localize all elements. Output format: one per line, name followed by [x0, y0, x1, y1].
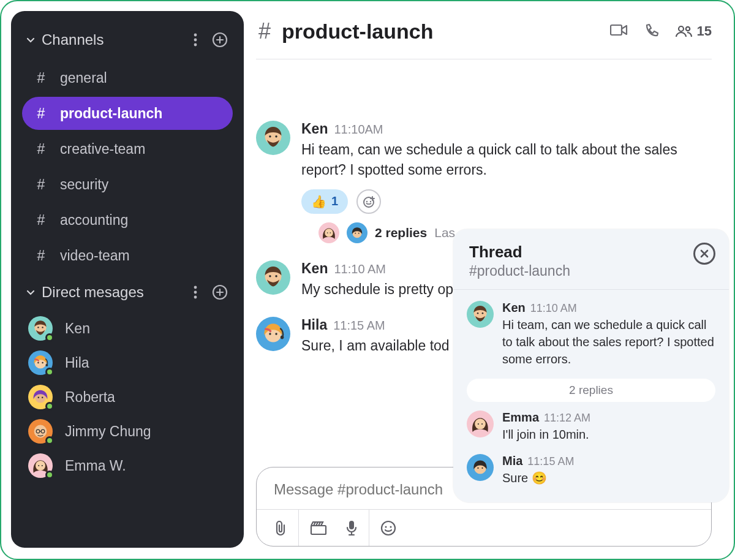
avatar [28, 316, 53, 341]
thread-last-reply: Las [434, 225, 455, 240]
svg-point-31 [194, 291, 197, 294]
thread-replies-divider: 2 replies [467, 379, 715, 402]
avatar [256, 260, 290, 295]
hash-icon: # [36, 212, 47, 229]
sidebar-channel-general[interactable]: # general [22, 61, 233, 94]
channel-label: video-team [60, 248, 130, 264]
message-text: Hi team, can we schedule a quick call to… [301, 140, 712, 181]
close-thread-button[interactable] [693, 243, 715, 265]
presence-indicator [45, 402, 54, 411]
dm-section-title: Direct mesages [42, 284, 180, 301]
svg-point-39 [370, 200, 371, 202]
channel-label: product-launch [60, 105, 162, 122]
chevron-down-icon[interactable] [26, 287, 36, 297]
reaction-pill-thumbs-up[interactable]: 👍 1 [301, 189, 348, 214]
message-author: Ken [301, 121, 328, 137]
message-author: Hila [301, 317, 327, 333]
message-text: Hi team, can we schedule a quick call to… [502, 316, 715, 368]
clapperboard-icon[interactable] [310, 521, 327, 535]
dm-more-icon[interactable] [186, 283, 205, 301]
phone-call-icon[interactable] [644, 23, 659, 40]
svg-rect-40 [311, 526, 326, 534]
thread-reply: Mia 11:15 AM Sure 😊 [467, 454, 715, 486]
emoji-icon[interactable] [380, 520, 396, 536]
hash-icon: # [36, 105, 47, 122]
svg-point-38 [366, 200, 368, 202]
message-author: Ken [502, 301, 526, 315]
presence-indicator [45, 471, 54, 479]
message-time: 11:10AM [334, 123, 383, 137]
chevron-down-icon[interactable] [26, 35, 36, 45]
thread-subtitle: #product-launch [469, 263, 693, 279]
dm-section-header: Direct mesages [22, 274, 233, 311]
presence-indicator [45, 333, 54, 342]
avatar [256, 121, 290, 155]
dm-item-ken[interactable]: Ken [22, 311, 233, 346]
channel-header: # product-launch 15 [256, 18, 712, 59]
dm-label: Emma W. [65, 458, 126, 474]
svg-point-30 [194, 286, 197, 289]
dm-list: Ken Hila Roberta Jimmy Chung Emma W. [22, 311, 233, 483]
dm-item-roberta[interactable]: Roberta [22, 380, 233, 414]
channel-label: general [60, 70, 107, 86]
channel-label: accounting [60, 212, 128, 229]
sidebar-channel-video-team[interactable]: # video-team [22, 239, 233, 272]
svg-point-32 [194, 296, 197, 299]
avatar [256, 317, 290, 351]
reaction-emoji: 👍 [311, 194, 326, 209]
svg-point-44 [390, 526, 392, 528]
thread-reply: Emma 11:12 AM I'll join in 10min. [467, 411, 715, 443]
add-reaction-button[interactable] [356, 189, 381, 214]
message-text: I'll join in 10min. [502, 426, 715, 443]
hash-icon: # [36, 70, 47, 86]
svg-rect-34 [611, 25, 622, 35]
message-body: Ken 11:10AM Hi team, can we schedule a q… [301, 121, 712, 243]
presence-indicator [45, 436, 54, 445]
avatar [467, 301, 494, 328]
dm-label: Roberta [65, 389, 115, 406]
reaction-count: 1 [331, 194, 338, 208]
channels-section-title: Channels [42, 31, 180, 48]
people-icon [675, 25, 693, 38]
thread-body: Ken 11:10 AM Hi team, can we schedule a … [453, 290, 729, 502]
channel-label: creative-team [60, 141, 145, 157]
attachment-icon[interactable] [274, 520, 287, 536]
dm-item-hila[interactable]: Hila [22, 346, 233, 380]
add-dm-icon[interactable] [211, 283, 229, 301]
video-call-icon[interactable] [610, 23, 628, 39]
sidebar-channel-security[interactable]: # security [22, 168, 233, 201]
avatar [318, 222, 339, 243]
avatar [28, 350, 53, 375]
sidebar-channel-accounting[interactable]: # accounting [22, 203, 233, 236]
app-window: Channels # general # product-launch # cr… [0, 0, 735, 560]
sidebar-channel-product-launch[interactable]: # product-launch [22, 97, 233, 130]
message-time: 11:10 AM [530, 302, 577, 315]
member-count[interactable]: 15 [675, 23, 712, 39]
message-time: 11:15 AM [333, 319, 385, 333]
reactions-row: 👍 1 [301, 189, 712, 214]
channel-label: security [60, 176, 108, 193]
message: Ken 11:10AM Hi team, can we schedule a q… [256, 121, 712, 243]
dm-label: Hila [65, 355, 89, 371]
hash-icon: # [36, 248, 47, 264]
message-text: Sure 😊 [502, 469, 715, 486]
dm-item-emma-w[interactable]: Emma W. [22, 448, 233, 483]
channels-more-icon[interactable] [186, 31, 205, 49]
add-channel-icon[interactable] [211, 31, 229, 49]
avatar [28, 385, 53, 409]
thread-header: Thread #product-launch [453, 229, 729, 290]
dm-item-jimmy-chung[interactable]: Jimmy Chung [22, 414, 233, 448]
hash-icon: # [36, 176, 47, 193]
channel-list: # general # product-launch # creative-te… [22, 61, 233, 272]
thread-root-message: Ken 11:10 AM Hi team, can we schedule a … [467, 301, 715, 368]
microphone-icon[interactable] [345, 520, 358, 537]
svg-point-36 [685, 27, 689, 31]
sidebar-channel-creative-team[interactable]: # creative-team [22, 132, 233, 165]
presence-indicator [45, 368, 54, 376]
svg-point-28 [194, 44, 197, 47]
svg-point-27 [194, 39, 197, 42]
avatar [347, 222, 368, 243]
member-count-value: 15 [697, 23, 712, 39]
dm-label: Ken [65, 320, 90, 337]
svg-point-42 [382, 521, 395, 535]
